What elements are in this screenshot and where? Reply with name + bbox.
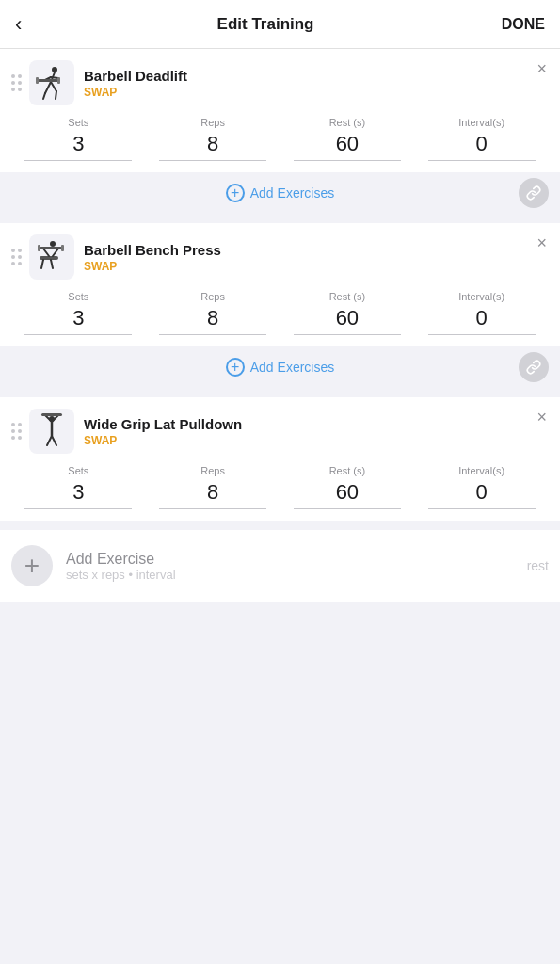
drag-handle-2[interactable]	[11, 249, 22, 265]
rest-label-1: Rest (s)	[329, 117, 366, 128]
svg-rect-9	[36, 77, 39, 84]
exercise-image-2	[29, 234, 74, 280]
add-exercises-icon-1: +	[226, 184, 245, 202]
interval-label-2: Interval(s)	[458, 291, 504, 302]
exercise-stats-1: Sets 3 Reps 8 Rest (s) 60 Interval(s) 0	[11, 113, 549, 172]
add-exercise-title[interactable]: Add Exercise	[66, 551, 176, 568]
add-exercise-text: Add Exercise sets x reps • interval	[66, 551, 176, 582]
add-exercise-plus-button[interactable]: +	[11, 545, 53, 586]
rest-value-2[interactable]: 60	[294, 306, 401, 335]
sets-label-3: Sets	[68, 465, 88, 476]
sets-label-1: Sets	[68, 117, 88, 128]
rest-cell-3: Rest (s) 60	[280, 465, 415, 509]
swap-button-1[interactable]: SWAP	[84, 86, 549, 99]
svg-rect-15	[40, 247, 62, 249]
exercise-image-3	[29, 409, 74, 454]
rest-cell-1: Rest (s) 60	[280, 117, 415, 161]
exercise-card-3: Wide Grip Lat Pulldown SWAP × Sets 3 Rep…	[0, 397, 560, 521]
page-title: Edit Training	[217, 15, 314, 34]
sets-cell-3: Sets 3	[11, 465, 146, 509]
interval-label-1: Interval(s)	[458, 117, 504, 128]
sets-value-2[interactable]: 3	[24, 306, 132, 335]
link-button-2[interactable]	[519, 352, 549, 382]
add-exercises-button-1[interactable]: + Add Exercises	[226, 184, 334, 202]
done-button[interactable]: DONE	[502, 16, 545, 33]
interval-value-3[interactable]: 0	[428, 480, 536, 509]
svg-line-4	[43, 93, 45, 99]
svg-point-11	[50, 241, 56, 247]
svg-line-13	[43, 249, 49, 256]
drag-handle-3[interactable]	[11, 423, 22, 440]
add-exercises-row-1: + Add Exercises	[0, 172, 560, 214]
exercise-stats-2: Sets 3 Reps 8 Rest (s) 60 Interval(s) 0	[11, 287, 549, 346]
add-exercises-row-2: + Add Exercises	[0, 346, 560, 388]
svg-rect-10	[57, 77, 60, 84]
add-exercises-label-1: Add Exercises	[250, 185, 334, 201]
svg-rect-8	[38, 79, 58, 82]
back-button[interactable]: ‹	[15, 10, 29, 39]
svg-line-25	[47, 436, 52, 445]
swap-button-2[interactable]: SWAP	[84, 260, 549, 273]
exercise-section-3: Wide Grip Lat Pulldown SWAP × Sets 3 Rep…	[0, 397, 560, 521]
svg-line-26	[52, 436, 56, 445]
svg-line-7	[51, 77, 58, 78]
reps-value-3[interactable]: 8	[159, 480, 266, 509]
sets-label-2: Sets	[68, 291, 88, 302]
sets-value-1[interactable]: 3	[24, 132, 132, 161]
reps-value-2[interactable]: 8	[159, 306, 266, 335]
interval-cell-1: Interval(s) 0	[414, 117, 549, 161]
add-exercises-button-2[interactable]: + Add Exercises	[226, 358, 334, 377]
interval-label-3: Interval(s)	[458, 465, 504, 476]
add-exercise-subtitle: sets x reps • interval	[66, 568, 176, 582]
reps-label-3: Reps	[200, 465, 225, 476]
exercise-name-wrap-2: Barbell Bench Press SWAP	[84, 242, 549, 273]
link-button-1[interactable]	[519, 178, 549, 208]
reps-label-2: Reps	[200, 291, 225, 302]
svg-rect-16	[38, 245, 40, 251]
svg-line-14	[53, 249, 58, 256]
reps-cell-2: Reps 8	[146, 291, 280, 335]
exercise-name-2: Barbell Bench Press	[84, 242, 549, 258]
exercise-section-1: Barbell Deadlift SWAP × Sets 3 Reps 8 Re…	[0, 49, 560, 214]
add-exercise-placeholder: + Add Exercise sets x reps • interval re…	[0, 530, 560, 602]
svg-line-2	[45, 82, 51, 93]
interval-cell-2: Interval(s) 0	[414, 291, 549, 335]
svg-line-5	[56, 91, 56, 99]
interval-value-1[interactable]: 0	[428, 132, 536, 161]
exercise-name-wrap-1: Barbell Deadlift SWAP	[84, 68, 549, 99]
reps-cell-1: Reps 8	[146, 117, 280, 161]
rest-value-1[interactable]: 60	[294, 132, 401, 161]
reps-label-1: Reps	[200, 117, 225, 128]
add-exercises-label-2: Add Exercises	[250, 360, 334, 375]
rest-cell-2: Rest (s) 60	[280, 291, 415, 335]
rest-label-3: Rest (s)	[329, 465, 366, 476]
exercise-name-3: Wide Grip Lat Pulldown	[84, 416, 549, 432]
interval-value-2[interactable]: 0	[428, 306, 536, 335]
drag-handle-1[interactable]	[11, 74, 22, 91]
add-exercises-icon-2: +	[226, 358, 245, 377]
remove-exercise-3[interactable]: ×	[533, 407, 551, 427]
sets-cell-2: Sets 3	[11, 291, 146, 335]
reps-value-1[interactable]: 8	[159, 132, 266, 161]
exercise-stats-3: Sets 3 Reps 8 Rest (s) 60 Interval(s) 0	[11, 461, 549, 521]
swap-button-3[interactable]: SWAP	[84, 434, 549, 447]
svg-line-3	[51, 82, 56, 91]
remove-exercise-2[interactable]: ×	[533, 233, 551, 253]
exercise-name-wrap-3: Wide Grip Lat Pulldown SWAP	[84, 416, 549, 447]
interval-cell-3: Interval(s) 0	[414, 465, 549, 509]
exercise-section-2: Barbell Bench Press SWAP × Sets 3 Reps 8…	[0, 223, 560, 388]
exercise-card-1: Barbell Deadlift SWAP × Sets 3 Reps 8 Re…	[0, 49, 560, 172]
svg-line-19	[51, 260, 53, 268]
sets-cell-1: Sets 3	[11, 117, 146, 161]
rest-value-3[interactable]: 60	[294, 480, 401, 509]
exercise-image-1	[29, 60, 74, 105]
svg-rect-17	[61, 245, 64, 251]
add-exercise-rest-label: rest	[527, 558, 549, 573]
app-header: ‹ Edit Training DONE	[0, 0, 560, 49]
reps-cell-3: Reps 8	[146, 465, 280, 509]
remove-exercise-1[interactable]: ×	[533, 58, 551, 79]
exercise-name-1: Barbell Deadlift	[84, 68, 549, 84]
sets-value-3[interactable]: 3	[24, 480, 132, 509]
exercise-card-2: Barbell Bench Press SWAP × Sets 3 Reps 8…	[0, 223, 560, 346]
svg-line-18	[41, 260, 43, 268]
